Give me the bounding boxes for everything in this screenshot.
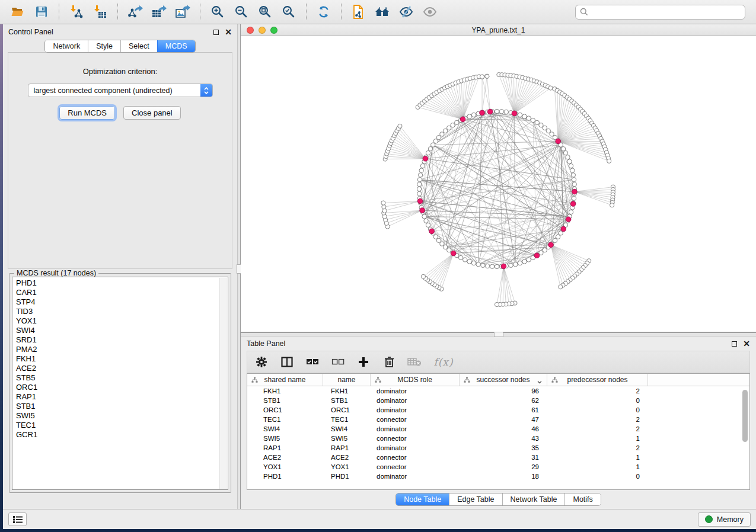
export-image-icon[interactable] [171,2,194,22]
split-view-icon[interactable] [280,355,294,369]
delete-column-icon[interactable] [382,355,396,369]
mcds-result-item[interactable]: SWI5 [12,411,228,421]
tab-motifs[interactable]: Motifs [564,493,600,505]
table-row[interactable]: STB1STB1dominator620 [247,396,749,405]
deselect-all-icon[interactable] [331,355,345,369]
cell-name: PHD1 [323,473,371,480]
open-file-icon[interactable] [6,2,30,22]
import-table-icon[interactable] [88,2,112,22]
table-row[interactable]: SWI5SWI5connector431 [247,434,749,443]
list-scrollbar[interactable] [219,278,227,489]
task-history-button[interactable] [8,512,27,526]
cell-shared-name: TEC1 [247,416,323,423]
column-header-successor-nodes[interactable]: successor nodes [460,374,547,386]
sort-desc-icon[interactable] [537,378,543,386]
tab-mcds[interactable]: MCDS [157,40,195,52]
float-panel-icon[interactable] [732,341,737,347]
tab-edge-table[interactable]: Edge Table [449,493,502,505]
table-row[interactable]: ORC1ORC1dominator610 [247,405,749,415]
mcds-result-item[interactable]: STP4 [12,297,228,307]
export-table-icon[interactable] [147,2,171,22]
cell-predecessor-nodes: 0 [547,473,648,480]
home-icon[interactable] [371,2,394,22]
mcds-result-item[interactable]: ACE2 [12,364,228,373]
zoom-in-icon[interactable] [206,2,229,22]
attribute-settings-icon[interactable] [254,355,269,369]
tab-select[interactable]: Select [120,40,157,52]
delete-table-icon[interactable] [407,355,422,369]
mcds-result-item[interactable]: PHD1 [12,277,228,288]
mcds-result-item[interactable]: GCR1 [12,430,228,440]
network-canvas[interactable] [241,36,756,332]
float-panel-icon[interactable] [213,30,219,35]
export-network-icon[interactable] [123,2,147,22]
mcds-result-item[interactable]: FKH1 [12,354,228,364]
run-mcds-button[interactable]: Run MCDS [59,106,115,120]
toolbar-search[interactable] [575,5,745,20]
cell-predecessor-nodes: 2 [547,444,648,451]
close-panel-button[interactable]: Close panel [123,106,181,120]
cell-MCDS-role: dominator [371,425,460,432]
window-close-icon[interactable] [247,27,254,34]
mcds-result-item[interactable]: SWI4 [12,326,228,335]
mcds-result-item[interactable]: ORC1 [12,383,228,392]
table-row[interactable]: ACE2ACE2connector311 [247,453,749,462]
mcds-result-item[interactable]: PMA2 [12,345,228,354]
table-row[interactable]: FKH1FKH1dominator962 [247,386,749,396]
memory-button[interactable]: Memory [698,512,751,527]
window-zoom-icon[interactable] [270,27,277,34]
share-document-icon[interactable] [347,2,371,22]
tab-node-table[interactable]: Node Table [396,493,449,505]
cell-name: ACE2 [323,454,371,461]
cell-name: STB1 [323,397,371,404]
zoom-fit-icon[interactable] [253,2,277,22]
close-panel-icon[interactable]: ✕ [225,30,232,35]
refresh-icon[interactable] [312,2,336,22]
splitter-handle[interactable] [494,332,503,337]
cell-MCDS-role: connector [371,416,460,423]
column-header-predecessor-nodes[interactable]: predecessor nodes [547,374,648,386]
mcds-result-item[interactable]: YOX1 [12,316,228,326]
mcds-result-item[interactable]: SRD1 [12,335,228,345]
import-network-icon[interactable] [65,2,88,22]
cell-name: SWI5 [323,435,371,442]
close-panel-icon[interactable]: ✕ [743,341,750,347]
mcds-result-item[interactable]: STB1 [12,402,228,411]
mcds-result-item[interactable]: TEC1 [12,421,228,430]
table-scrollbar[interactable] [742,390,748,442]
window-minimize-icon[interactable] [259,27,266,34]
mcds-result-list[interactable]: PHD1CAR1STP4TID3YOX1SWI4SRD1PMA2FKH1ACE2… [12,277,228,490]
table-body[interactable]: FKH1FKH1dominator962STB1STB1dominator620… [247,386,749,481]
table-row[interactable]: PHD1PHD1dominator180 [247,472,749,481]
table-row[interactable]: RAP1RAP1dominator352 [247,443,749,453]
column-header-shared-name[interactable]: shared name [247,374,323,386]
tab-network[interactable]: Network [45,40,88,52]
node-table[interactable]: shared namenameMCDS rolesuccessor nodesp… [247,373,750,490]
mcds-result-item[interactable]: RAP1 [12,392,228,402]
column-header-name[interactable]: name [323,374,371,386]
mcds-result-item[interactable]: CAR1 [12,288,228,297]
function-builder-icon[interactable]: f(x) [433,355,454,369]
table-row[interactable]: YOX1YOX1connector291 [247,462,749,472]
criterion-dropdown[interactable]: largest connected component (undirected) [28,84,213,97]
zoom-selected-icon[interactable] [277,2,301,22]
horizontal-splitter[interactable] [241,332,756,336]
table-header[interactable]: shared namenameMCDS rolesuccessor nodesp… [247,374,749,386]
tab-network-table[interactable]: Network Table [502,493,565,505]
cell-predecessor-nodes: 2 [547,425,648,432]
show-network-icon[interactable] [418,2,442,22]
mcds-result-item[interactable]: STB5 [12,373,228,383]
tab-style[interactable]: Style [88,40,120,52]
search-input[interactable] [592,8,741,16]
mcds-result-item[interactable]: TID3 [12,307,228,316]
select-all-icon[interactable] [305,355,320,369]
column-header-MCDS-role[interactable]: MCDS role [371,374,460,386]
hide-network-icon[interactable] [394,2,418,22]
zoom-out-icon[interactable] [229,2,253,22]
table-row[interactable]: SWI4SWI4dominator462 [247,424,749,434]
add-column-icon[interactable] [356,355,371,369]
network-graph[interactable] [241,36,756,332]
save-icon[interactable] [30,2,53,22]
table-row[interactable]: TEC1TEC1connector472 [247,415,749,424]
cell-successor-nodes: 43 [460,435,547,442]
